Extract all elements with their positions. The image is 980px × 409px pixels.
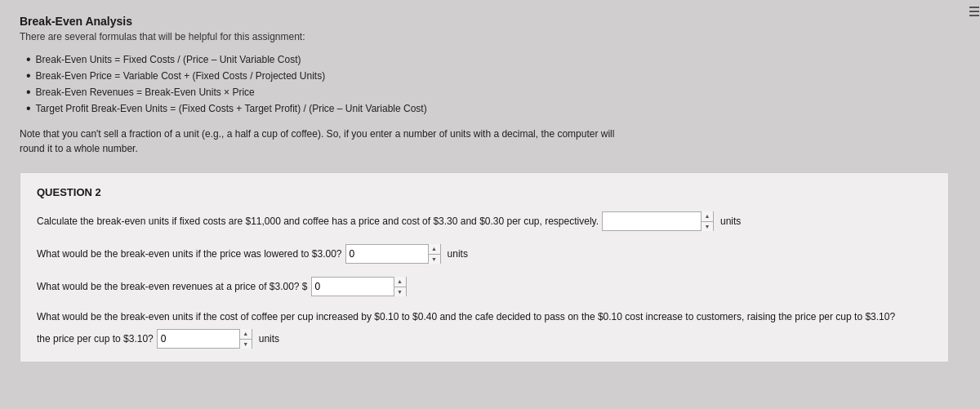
q4-spinner-down[interactable]: ▼ bbox=[240, 340, 252, 349]
q1-text: Calculate the break-even units if fixed … bbox=[37, 214, 599, 229]
page-subtitle: There are several formulas that will be … bbox=[20, 31, 949, 42]
bullet-dot-4: • bbox=[26, 102, 31, 115]
q3-input[interactable] bbox=[312, 278, 394, 296]
bullet-item-1: • Break-Even Units = Fixed Costs / (Pric… bbox=[26, 54, 949, 66]
q3-spinner: ▲ ▼ bbox=[394, 277, 406, 296]
q2-spinner-down[interactable]: ▼ bbox=[429, 255, 440, 265]
question-3-row: What would be the break-even revenues at… bbox=[37, 277, 932, 296]
q1-spinner: ▲ ▼ bbox=[701, 211, 713, 231]
q2-input[interactable] bbox=[346, 245, 428, 263]
q1-unit-label: units bbox=[720, 216, 741, 227]
question-label: QUESTION 2 bbox=[37, 186, 932, 198]
q2-input-wrapper: ▲ ▼ bbox=[345, 244, 441, 264]
hamburger-icon[interactable] bbox=[969, 7, 979, 16]
right-bar bbox=[969, 0, 980, 409]
bullet-dot-1: • bbox=[26, 53, 31, 66]
hamburger-line-1 bbox=[969, 7, 979, 8]
q3-spinner-down[interactable]: ▼ bbox=[394, 287, 406, 297]
question-4-container: What would be the break-even units if th… bbox=[37, 309, 932, 349]
main-content: Break-Even Analysis There are several fo… bbox=[0, 0, 969, 409]
q2-spinner-up[interactable]: ▲ bbox=[429, 244, 440, 255]
q4-input-wrapper: ▲ ▼ bbox=[157, 329, 252, 349]
hamburger-line-3 bbox=[969, 15, 979, 16]
page-title: Break-Even Analysis bbox=[20, 15, 949, 28]
q1-input[interactable] bbox=[603, 212, 701, 230]
question-box: QUESTION 2 Calculate the break-even unit… bbox=[20, 172, 949, 362]
q3-text: What would be the break-even revenues at… bbox=[37, 279, 308, 294]
bullet-item-2: • Break-Even Price = Variable Cost + (Fi… bbox=[26, 70, 949, 82]
q4-spinner-up[interactable]: ▲ bbox=[240, 329, 252, 340]
q2-text: What would be the break-even units if th… bbox=[37, 247, 342, 261]
q4-unit-label: units bbox=[259, 333, 279, 345]
bullet-item-3: • Break-Even Revenues = Break-Even Units… bbox=[26, 87, 949, 99]
q2-unit-label: units bbox=[448, 248, 468, 260]
q1-spinner-down[interactable]: ▼ bbox=[702, 222, 713, 232]
bullet-dot-2: • bbox=[26, 69, 31, 82]
q4-spinner: ▲ ▼ bbox=[239, 329, 252, 349]
q1-input-wrapper: ▲ ▼ bbox=[602, 211, 714, 231]
q4-input[interactable] bbox=[158, 330, 239, 348]
q3-spinner-up[interactable]: ▲ bbox=[394, 277, 406, 287]
q1-spinner-up[interactable]: ▲ bbox=[702, 211, 713, 222]
q4-input-row: the price per cup to $3.10? ▲ ▼ units bbox=[37, 329, 932, 349]
bullet-item-4: • Target Profit Break-Even Units = (Fixe… bbox=[26, 103, 949, 115]
q2-spinner: ▲ ▼ bbox=[428, 244, 440, 264]
question-1-row: Calculate the break-even units if fixed … bbox=[37, 211, 932, 231]
hamburger-line-2 bbox=[969, 11, 979, 12]
q4-label: the price per cup to $3.10? bbox=[37, 331, 154, 346]
q3-input-wrapper: ▲ ▼ bbox=[311, 277, 407, 296]
formula-list: • Break-Even Units = Fixed Costs / (Pric… bbox=[20, 54, 949, 115]
question-2-row: What would be the break-even units if th… bbox=[37, 244, 932, 264]
q4-text: What would be the break-even units if th… bbox=[37, 309, 932, 324]
bullet-dot-3: • bbox=[26, 86, 31, 99]
note-text: Note that you can't sell a fraction of a… bbox=[20, 127, 640, 156]
